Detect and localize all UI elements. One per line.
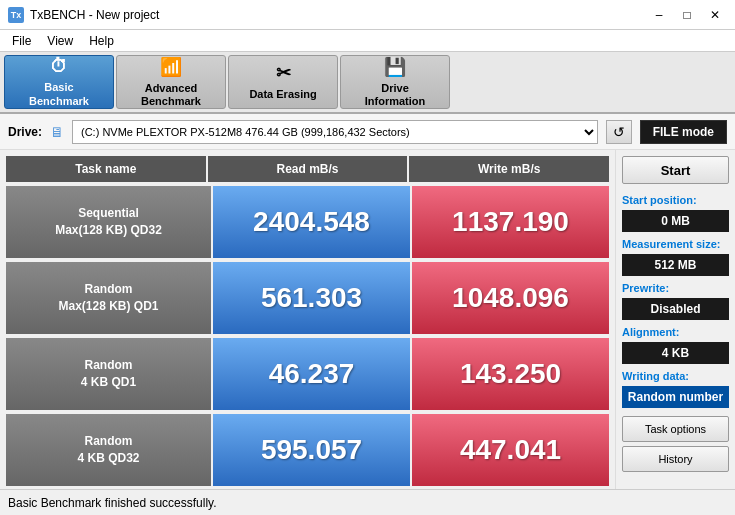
refresh-icon: ↺ — [613, 124, 625, 140]
read-value-3: 46.237 — [213, 338, 410, 410]
drive-select[interactable]: (C:) NVMe PLEXTOR PX-512M8 476.44 GB (99… — [72, 120, 598, 144]
task-name-1: SequentialMax(128 KB) QD32 — [6, 186, 211, 258]
prewrite-value: Disabled — [622, 298, 729, 320]
measurement-size-value: 512 MB — [622, 254, 729, 276]
basic-benchmark-icon: ⏱ — [50, 56, 68, 77]
read-value-4: 595.057 — [213, 414, 410, 486]
maximize-button[interactable]: □ — [675, 5, 699, 25]
history-button[interactable]: History — [622, 446, 729, 472]
start-position-label: Start position: — [622, 194, 729, 206]
drive-bar: Drive: 🖥 (C:) NVMe PLEXTOR PX-512M8 476.… — [0, 114, 735, 150]
data-erasing-icon: ✂ — [276, 62, 291, 84]
tab-drive-information[interactable]: 💾 DriveInformation — [340, 55, 450, 109]
status-message: Basic Benchmark finished successfully. — [8, 496, 217, 510]
data-erasing-label: Data Erasing — [249, 88, 316, 101]
bench-header: Task name Read mB/s Write mB/s — [6, 156, 609, 182]
close-button[interactable]: ✕ — [703, 5, 727, 25]
menu-bar: File View Help — [0, 30, 735, 52]
write-value-3: 143.250 — [412, 338, 609, 410]
advanced-benchmark-icon: 📶 — [160, 56, 182, 78]
start-label: Start — [661, 163, 691, 178]
table-row: Random4 KB QD1 46.237 143.250 — [6, 338, 609, 410]
menu-file[interactable]: File — [4, 32, 39, 50]
drive-information-label: DriveInformation — [365, 82, 426, 108]
write-value-4: 447.041 — [412, 414, 609, 486]
write-value-2: 1048.096 — [412, 262, 609, 334]
task-options-label: Task options — [645, 423, 706, 435]
measurement-size-label: Measurement size: — [622, 238, 729, 250]
col-write-header: Write mB/s — [409, 156, 609, 182]
writing-data-label: Writing data: — [622, 370, 729, 382]
basic-benchmark-label: BasicBenchmark — [29, 81, 89, 107]
writing-data-value: Random number — [622, 386, 729, 408]
drive-label: Drive: — [8, 125, 42, 139]
status-bar: Basic Benchmark finished successfully. — [0, 489, 735, 515]
alignment-label: Alignment: — [622, 326, 729, 338]
window-title: TxBENCH - New project — [30, 8, 159, 22]
bench-area: Task name Read mB/s Write mB/s Sequentia… — [0, 150, 615, 489]
file-mode-label: FILE mode — [653, 125, 714, 139]
main-area: Task name Read mB/s Write mB/s Sequentia… — [0, 150, 735, 489]
drive-icon: 🖥 — [50, 124, 64, 140]
menu-view[interactable]: View — [39, 32, 81, 50]
read-value-1: 2404.548 — [213, 186, 410, 258]
toolbar: ⏱ BasicBenchmark 📶 AdvancedBenchmark ✂ D… — [0, 52, 735, 114]
minimize-button[interactable]: – — [647, 5, 671, 25]
advanced-benchmark-label: AdvancedBenchmark — [141, 82, 201, 108]
right-panel: Start Start position: 0 MB Measurement s… — [615, 150, 735, 489]
task-name-4: Random4 KB QD32 — [6, 414, 211, 486]
col-read-header: Read mB/s — [208, 156, 408, 182]
drive-refresh-button[interactable]: ↺ — [606, 120, 632, 144]
prewrite-label: Prewrite: — [622, 282, 729, 294]
title-bar-controls: – □ ✕ — [647, 5, 727, 25]
task-name-2: RandomMax(128 KB) QD1 — [6, 262, 211, 334]
start-button[interactable]: Start — [622, 156, 729, 184]
title-bar-left: Tx TxBENCH - New project — [8, 7, 159, 23]
task-name-3: Random4 KB QD1 — [6, 338, 211, 410]
write-value-1: 1137.190 — [412, 186, 609, 258]
tab-advanced-benchmark[interactable]: 📶 AdvancedBenchmark — [116, 55, 226, 109]
history-label: History — [658, 453, 692, 465]
tab-basic-benchmark[interactable]: ⏱ BasicBenchmark — [4, 55, 114, 109]
drive-information-icon: 💾 — [384, 56, 406, 78]
app-icon: Tx — [8, 7, 24, 23]
tab-data-erasing[interactable]: ✂ Data Erasing — [228, 55, 338, 109]
file-mode-button[interactable]: FILE mode — [640, 120, 727, 144]
title-bar: Tx TxBENCH - New project – □ ✕ — [0, 0, 735, 30]
task-options-button[interactable]: Task options — [622, 416, 729, 442]
start-position-value: 0 MB — [622, 210, 729, 232]
col-task-header: Task name — [6, 156, 206, 182]
table-row: RandomMax(128 KB) QD1 561.303 1048.096 — [6, 262, 609, 334]
table-row: Random4 KB QD32 595.057 447.041 — [6, 414, 609, 486]
read-value-2: 561.303 — [213, 262, 410, 334]
table-row: SequentialMax(128 KB) QD32 2404.548 1137… — [6, 186, 609, 258]
alignment-value: 4 KB — [622, 342, 729, 364]
menu-help[interactable]: Help — [81, 32, 122, 50]
